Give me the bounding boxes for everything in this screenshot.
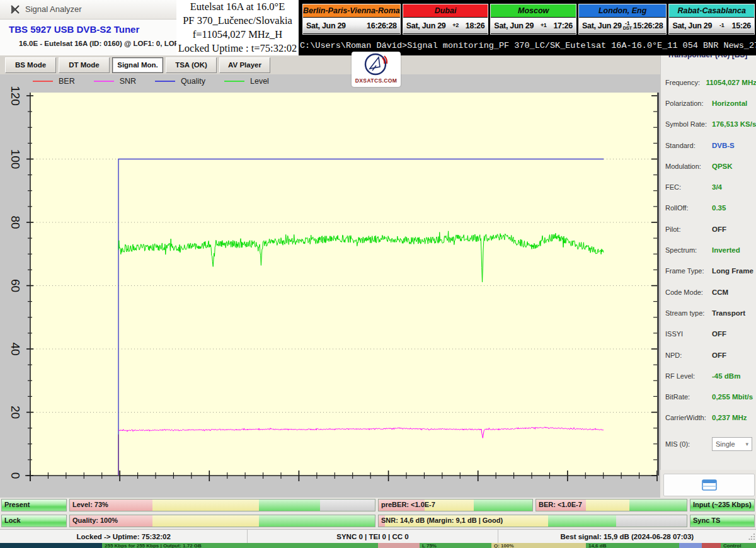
param-label: RollOff:: [661, 204, 712, 212]
clock-datetime: Sat, Jun 29 -1DST 15:26:28: [579, 18, 666, 33]
param-label: Standard:: [661, 142, 712, 149]
status-bar-label: Sync TS: [693, 517, 720, 524]
toolbar-button-av-player[interactable]: AV Player: [219, 57, 270, 73]
mis-selected-value: Single: [716, 440, 735, 448]
svg-text:60: 60: [9, 279, 22, 292]
bar-segment-green: [259, 515, 375, 527]
satellite-info-box: Eutelsat 16A at 16.0°E PF 370_Lučenec/Sl…: [176, 0, 299, 55]
satellite-dish-icon: [364, 52, 389, 78]
legend-swatch: [33, 81, 53, 82]
mis-dropdown[interactable]: Single ▾: [712, 437, 752, 451]
clock-utc-offset: -1DST: [623, 21, 632, 30]
param-label: Symbol Rate:: [661, 120, 712, 128]
info-line-satellite: Eutelsat 16A at 16.0°E: [176, 0, 299, 14]
param-row-modulation-: Modulation: QPSK: [661, 156, 756, 176]
toolbar-button-signal-mon-[interactable]: Signal Mon.: [112, 57, 163, 73]
chart-legend: BER SNR Quality Level: [33, 77, 269, 86]
param-value: 11054,027 MHz: [706, 79, 756, 86]
status-bar-label: Input (~235 Kbps): [693, 501, 752, 508]
status-bar-label: Lock: [4, 517, 21, 524]
bar-segment-green: [548, 515, 616, 527]
toolbar-button-dt-mode[interactable]: DT Mode: [59, 57, 110, 73]
status-bar-present: Present: [1, 499, 67, 511]
signal-chart-panel: BER SNR Quality Level 020406080100120: [0, 74, 660, 498]
svg-text:80: 80: [9, 215, 22, 229]
export-button[interactable]: [663, 474, 755, 496]
param-value: DVB-S: [712, 142, 735, 149]
dxsatcs-logo: DXSATCS.COM: [352, 52, 401, 87]
strip-segment: Q: 100%: [491, 543, 586, 548]
param-value: Horizontal: [712, 100, 747, 107]
param-value: 0,255 Mbit/s: [712, 393, 753, 401]
param-row-fec-: FEC: 3/4: [661, 176, 756, 197]
legend-item-ber: BER: [33, 77, 75, 86]
clock-city-label: Moscow: [491, 4, 576, 18]
toolbar-button-bs-mode[interactable]: BS Mode: [5, 57, 56, 73]
strip-segment: 255 Kbps for 255 Kbps | Output: 1.72 GB: [102, 543, 378, 548]
toolbar-button-tsa-ok-[interactable]: TSA (OK): [166, 57, 217, 73]
info-line-uptime: Locked Uptime : t=75:32:02: [176, 42, 299, 55]
clock-date: Sat, Jun 29: [672, 21, 712, 30]
signal-history-plot: 020406080100120: [0, 74, 660, 498]
clock-datetime: Sat, Jun 29 +2 18:26: [403, 18, 488, 33]
footer-sync-counters: SYNC 0 | TEI 0 | CC 0: [247, 530, 497, 544]
status-bar-snr-14-6-db-margin-9-1-db-good: SNR: 14,6 dB (Margin: 9,1 dB | Good): [378, 515, 687, 527]
param-label: Modulation:: [661, 163, 712, 170]
param-label: FEC:: [661, 183, 712, 191]
strip-segment: [702, 543, 721, 548]
param-label: RF Level:: [661, 372, 712, 380]
status-bar-label: Level: 73%: [72, 501, 108, 508]
param-value: Long Frame: [712, 267, 753, 275]
legend-label: Quality: [181, 77, 205, 86]
bar-segment-green: [629, 499, 687, 511]
status-bars: PresentLevel: 73%preBER: <1.0E-7BER: <1.…: [0, 498, 756, 529]
mis-label: MIS (0):: [661, 440, 712, 448]
legend-item-snr: SNR: [94, 77, 136, 86]
legend-label: SNR: [120, 77, 136, 86]
footer-uptime: Locked -> Uptime: 75:32:02: [0, 530, 247, 544]
clock-time: 15:26:28: [633, 21, 663, 30]
window-title: Signal Analyzer: [25, 4, 82, 14]
world-clocks: Berlin-Paris-Vienna-Roma Sat, Jun 29 16:…: [302, 4, 755, 35]
legend-item-quality: Quality: [155, 77, 205, 86]
info-line-location: PF 370_Lučenec/Slovakia: [176, 14, 299, 28]
clock-date: Sat, Jun 29: [406, 21, 446, 30]
svg-text:0: 0: [9, 472, 22, 479]
clock-time: 17:26: [553, 21, 572, 30]
resize-grip[interactable]: [748, 532, 756, 541]
param-row-spectrum-: Spectrum: Inverted: [661, 239, 756, 260]
sidebar-rows: Frequency: 11054,027 MHzPolarization: Ho…: [661, 72, 756, 428]
clock-utc-offset: +1: [541, 23, 547, 28]
param-row-stream-type-: Stream type: Transport: [661, 302, 756, 323]
param-label: ISSYI: [661, 330, 712, 338]
clock-london-eng: London, Eng Sat, Jun 29 -1DST 15:26:28: [578, 4, 667, 35]
bar-segment-green: [259, 499, 320, 511]
clock-date: Sat, Jun 29: [582, 21, 622, 30]
status-bar-quality-100: Quality: 100%: [69, 515, 375, 527]
param-label: Code Mode:: [661, 288, 712, 296]
clock-datetime: Sat, Jun 29 -1 15:26: [669, 18, 754, 33]
svg-text:120: 120: [9, 86, 22, 106]
param-value: OFF: [712, 225, 726, 233]
clock-city-label: London, Eng: [579, 4, 666, 18]
clock-city-label: Berlin-Paris-Vienna-Roma: [303, 4, 400, 18]
app-icon: [10, 4, 20, 14]
status-bar-input-235-kbps: Input (~235 Kbps): [690, 499, 755, 511]
param-label: Frame Type:: [661, 267, 712, 275]
param-label: CarrierWidth:: [661, 414, 712, 421]
legend-swatch: [94, 81, 114, 82]
status-bar-label: BER: <1.0E-7: [539, 501, 582, 508]
footer-best-signal: Best signal: 15,9 dB (2024-06-28 07:03): [498, 530, 756, 544]
param-label: Stream type:: [661, 309, 712, 317]
param-value: QPSK: [712, 163, 733, 170]
legend-label: Level: [250, 77, 269, 86]
param-value: 0,237 MHz: [712, 414, 747, 421]
clock-date: Sat, Jun 29: [306, 21, 346, 30]
status-bar-label: preBER: <1.0E-7: [381, 501, 435, 508]
info-line-frequency: f=11054,027 MHz_H: [176, 28, 299, 42]
mis-row: MIS (0): Single ▾: [661, 433, 756, 454]
clock-datetime: Sat, Jun 29 16:26:28: [303, 18, 400, 33]
status-bar-label: SNR: 14,6 dB (Margin: 9,1 dB | Good): [381, 517, 503, 524]
chevron-down-icon: ▾: [745, 441, 748, 447]
status-bar-ber-1-0e-7: BER: <1.0E-7: [536, 499, 687, 511]
